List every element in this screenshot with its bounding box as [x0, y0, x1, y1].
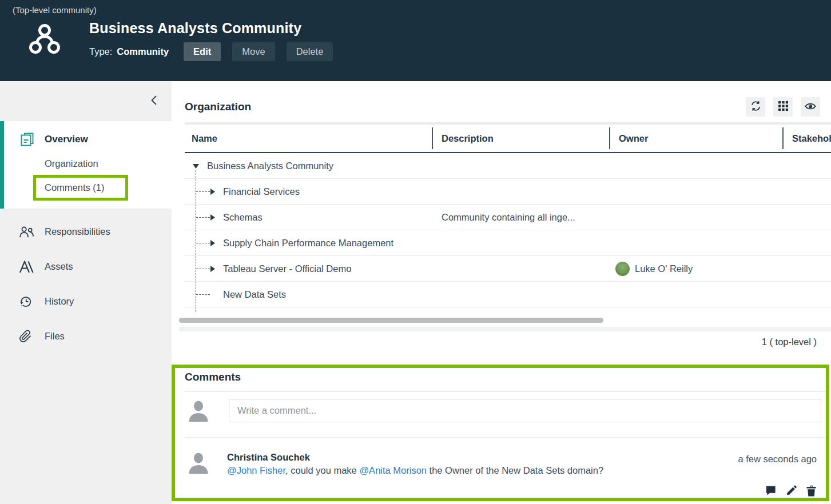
grid-view-button[interactable]: [773, 97, 793, 117]
watch-button[interactable]: [801, 97, 820, 117]
refresh-icon: [750, 100, 762, 114]
sidebar-item-responsibilities[interactable]: Responsibilities: [0, 214, 172, 249]
description-cell: Community containing all inge...: [432, 212, 609, 223]
tree-connector: [196, 191, 210, 192]
comment-input[interactable]: [229, 399, 821, 422]
divider: [185, 437, 826, 438]
divider: [185, 391, 826, 392]
column-header-description[interactable]: Description: [432, 125, 609, 152]
tree-connector: [196, 243, 210, 243]
tree-node-label[interactable]: Supply Chain Performance Management: [223, 238, 393, 249]
comment-timestamp: a few seconds ago: [738, 454, 817, 465]
tree-connector: [196, 269, 210, 269]
tree-node-label[interactable]: Financial Services: [223, 186, 300, 197]
tree-node-label[interactable]: New Data Sets: [223, 289, 286, 300]
chevron-left-icon: [150, 99, 158, 107]
sidebar-item-history[interactable]: History: [0, 284, 172, 319]
organization-toolbar: [746, 97, 820, 117]
org-tree-table: Business Analysts Community Financial Se…: [185, 153, 831, 312]
owner-name[interactable]: Luke O' Reilly: [635, 263, 693, 274]
paperclip-icon: [19, 330, 34, 343]
comment-body: @John Fisher, could you make @Anita Mori…: [227, 465, 603, 476]
table-row[interactable]: Financial Services: [185, 179, 831, 205]
documents-icon: [20, 133, 34, 146]
assets-icon: [19, 261, 34, 273]
column-header-stakeholder[interactable]: Stakeholder: [782, 125, 831, 152]
move-button[interactable]: Move: [232, 42, 275, 61]
table-row[interactable]: Supply Chain Performance Management: [185, 230, 831, 256]
horizontal-scrollbar-thumb[interactable]: [179, 318, 603, 323]
column-header-owner[interactable]: Owner: [609, 125, 782, 152]
sidebar-item-label: Responsibilities: [45, 226, 110, 237]
table-row[interactable]: New Data Sets: [185, 282, 831, 307]
trash-icon: [806, 485, 817, 498]
tree-node-label[interactable]: Schemas: [223, 212, 263, 223]
eye-icon: [805, 101, 816, 114]
column-header-name[interactable]: Name: [185, 125, 432, 152]
sidebar-item-label: History: [45, 296, 74, 307]
comment-author[interactable]: Christina Souchek: [227, 452, 603, 463]
reply-comment-button[interactable]: [765, 485, 777, 498]
sidebar-item-label: Assets: [45, 261, 73, 272]
comment-actions: [765, 485, 817, 498]
expand-triangle-icon[interactable]: [210, 240, 215, 246]
mention-link[interactable]: @Anita Morison: [359, 465, 427, 475]
comment-text: the Owner of the New Data Sets domain?: [427, 465, 603, 475]
history-icon: [19, 295, 34, 308]
comments-highlight-box: Comments (1): [33, 175, 128, 201]
comments-section: Comments: [172, 365, 829, 501]
sidebar-item-files[interactable]: Files: [0, 319, 172, 354]
delete-button[interactable]: Delete: [287, 42, 333, 61]
comments-section-title: Comments: [185, 371, 826, 383]
comment-text: , could you make: [285, 465, 359, 475]
tree-node-label[interactable]: Business Analysts Community: [207, 161, 333, 171]
pencil-icon: [785, 485, 797, 498]
user-avatar: [186, 398, 211, 423]
table-row[interactable]: Tableau Server - Official Demo Luke O' R…: [185, 256, 831, 282]
sidebar-item-overview[interactable]: Overview: [4, 127, 172, 152]
comment-item: Christina Souchek @John Fisher, could yo…: [185, 450, 826, 503]
tree-connector: [196, 294, 210, 295]
sidebar-item-assets[interactable]: Assets: [0, 249, 172, 284]
org-table-header: Name Description Owner Stakeholder: [185, 125, 831, 153]
owner-avatar[interactable]: [615, 262, 630, 276]
refresh-button[interactable]: [746, 97, 765, 117]
trash-icon-button[interactable]: [806, 485, 817, 498]
organization-section-title: Organization: [185, 101, 251, 113]
breadcrumb: (Top-level community): [0, 0, 831, 15]
commenter-avatar: [186, 450, 211, 475]
expand-triangle-icon[interactable]: [210, 266, 215, 272]
sidebar-item-label: Overview: [45, 134, 88, 145]
comment-composer: [185, 398, 826, 423]
sidebar-section-overview: Overview Organization Comments (1): [0, 121, 172, 209]
expand-triangle-icon[interactable]: [210, 214, 215, 221]
tree-connector: [196, 217, 210, 218]
type-label: Type:: [89, 46, 112, 57]
speech-bubble-icon: [765, 485, 777, 498]
edit-comment-button[interactable]: [785, 485, 797, 498]
tree-node-label[interactable]: Tableau Server - Official Demo: [223, 263, 351, 274]
sidebar-subitem-organization[interactable]: Organization: [4, 152, 172, 175]
table-row[interactable]: Business Analysts Community: [185, 153, 831, 179]
page-header: (Top-level community) Business Analysts …: [0, 0, 831, 81]
mention-link[interactable]: @John Fisher: [227, 465, 285, 475]
page-title: Business Analysts Community: [89, 20, 333, 37]
grid-icon: [778, 101, 788, 113]
collapse-triangle-icon[interactable]: [193, 164, 199, 169]
sidebar-item-label: Files: [45, 331, 65, 342]
community-icon: [27, 22, 62, 57]
main-content: Organization: [172, 81, 831, 504]
people-icon: [19, 226, 34, 238]
horizontal-scrollbar-track: [179, 327, 831, 331]
type-value: Community: [117, 46, 169, 57]
top-level-count: 1 ( top-level ): [172, 337, 817, 347]
expand-triangle-icon[interactable]: [210, 189, 215, 195]
edit-button[interactable]: Edit: [184, 42, 221, 61]
sidebar-collapse-button[interactable]: [148, 93, 160, 110]
sidebar-subitem-comments[interactable]: Comments (1): [36, 182, 105, 193]
table-row[interactable]: Schemas Community containing all inge...: [185, 205, 831, 230]
sidebar: Overview Organization Comments (1): [0, 81, 172, 504]
